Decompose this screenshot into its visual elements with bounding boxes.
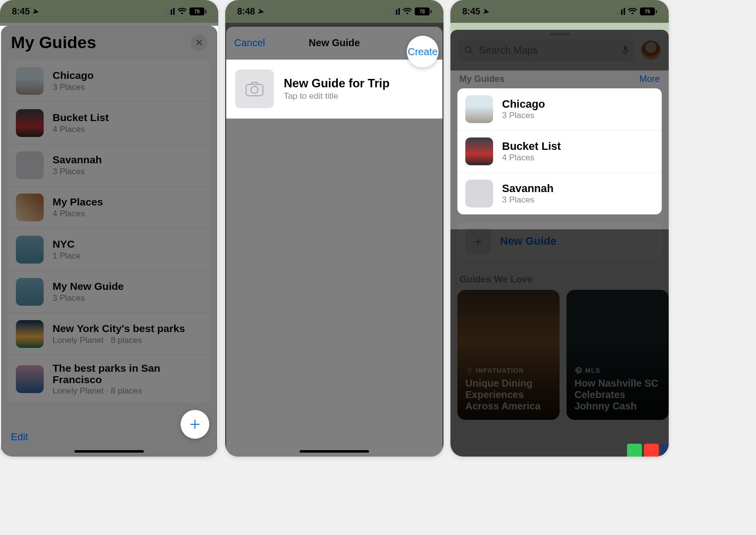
screen-my-guides: 8:45 ➤ 78 My Guides ✕ Chicago3 Places Bu… (0, 0, 218, 457)
guide-thumb-icon (465, 137, 493, 165)
my-guides-card: Chicago3 Places Bucket List4 Places Sava… (457, 88, 662, 214)
clock: 8:45 (12, 6, 30, 17)
guide-thumb-icon (465, 95, 493, 123)
guide-row-my-places[interactable]: My Places4 Places (8, 187, 210, 229)
guide-name: The best parks in San Francisco (53, 362, 202, 385)
cellular-icon (391, 8, 400, 15)
more-button[interactable]: More (639, 74, 660, 84)
my-guides-sheet: My Guides ✕ Chicago3 Places Bucket List4… (1, 26, 217, 457)
close-button[interactable]: ✕ (190, 34, 207, 51)
home-indicator (74, 450, 144, 453)
guide-thumb-icon (16, 278, 44, 306)
guide-thumb-icon (16, 194, 44, 221)
guide-row-bucket-list[interactable]: Bucket List4 Places (457, 131, 662, 173)
guide-thumb-icon (16, 151, 44, 179)
guide-thumb-icon (16, 109, 44, 137)
guide-row-my-new-guide[interactable]: My New Guide3 Places (8, 271, 210, 313)
location-icon: ➤ (257, 6, 265, 16)
status-bar: 8:45 ➤ 79 (450, 0, 669, 23)
create-button[interactable]: Create (407, 36, 439, 67)
new-guide-sheet: Cancel New Guide New Guide for Trip Tap … (226, 27, 442, 457)
guide-thumb-icon (465, 180, 493, 207)
guide-row-nyc[interactable]: NYC1 Place (8, 229, 210, 271)
guide-row-nyc-parks[interactable]: New York City's best parksLonely Planet … (8, 313, 210, 355)
add-guide-button[interactable] (181, 410, 209, 439)
wifi-icon (628, 8, 637, 15)
guide-title-input[interactable]: New Guide for Trip (284, 76, 389, 90)
guide-row-chicago[interactable]: Chicago3 Places (8, 60, 210, 102)
clock: 8:48 (237, 6, 255, 17)
guide-row-savannah[interactable]: Savannah3 Places (8, 144, 210, 187)
guide-row-sf-parks[interactable]: The best parks in San FranciscoLonely Pl… (8, 355, 210, 403)
cellular-icon (616, 8, 625, 15)
guide-row-savannah[interactable]: Savannah3 Places (457, 173, 662, 214)
battery-icon: 78 (415, 7, 432, 15)
guide-name: My New Guide (53, 280, 124, 292)
guide-detail: Lonely Planet · 8 places (53, 335, 185, 345)
guide-thumb-icon (16, 236, 44, 264)
guide-thumb-icon (16, 320, 44, 348)
battery-icon: 78 (189, 7, 206, 15)
guide-list: Chicago3 Places Bucket List4 Places Sava… (8, 60, 210, 403)
guide-thumb-icon (16, 67, 44, 95)
home-indicator (300, 450, 369, 453)
guide-name: Savannah (53, 154, 102, 165)
guide-detail: 1 Place (53, 251, 81, 261)
photo-placeholder[interactable] (235, 69, 274, 108)
guide-name: Chicago (502, 98, 545, 111)
guide-name: NYC (53, 238, 81, 250)
new-guide-title-row[interactable]: New Guide for Trip Tap to edit title (226, 60, 442, 119)
guide-detail: 3 Places (502, 195, 554, 205)
guide-detail: 4 Places (53, 209, 103, 219)
svg-point-1 (251, 86, 258, 93)
guide-title-hint: Tap to edit title (284, 91, 389, 101)
screen-maps-home: 8:45 ➤ 79 My Guides More Chicago (450, 0, 669, 457)
guide-name: New York City's best parks (53, 323, 185, 334)
guide-name: Chicago (53, 69, 94, 81)
dock-peek (627, 444, 669, 457)
guide-name: Bucket List (502, 140, 561, 153)
section-title: My Guides (459, 74, 504, 84)
plus-icon (189, 418, 201, 430)
battery-icon: 79 (640, 7, 657, 15)
guide-detail: 3 Places (53, 82, 94, 92)
wifi-icon (403, 8, 412, 15)
clock: 8:45 (462, 6, 480, 17)
guide-name: My Places (53, 196, 103, 207)
location-icon: ➤ (483, 6, 491, 16)
guide-detail: 3 Places (53, 167, 102, 177)
cellular-icon (166, 8, 175, 15)
guide-thumb-icon (16, 365, 44, 393)
screen-new-guide: 8:48 ➤ 78 Cancel New Guide New Guide for… (225, 0, 443, 457)
cancel-button[interactable]: Cancel (234, 37, 265, 49)
sheet-title: New Guide (309, 37, 360, 49)
wifi-icon (178, 8, 187, 15)
guide-name: Savannah (502, 182, 554, 195)
location-icon: ➤ (32, 6, 40, 16)
edit-button[interactable]: Edit (11, 431, 28, 443)
camera-icon (246, 81, 263, 96)
dim-bottom (450, 229, 669, 457)
guide-row-bucket-list[interactable]: Bucket List4 Places (8, 102, 210, 144)
status-bar: 8:48 ➤ 78 (225, 0, 443, 23)
guide-detail: 4 Places (53, 125, 109, 134)
status-bar: 8:45 ➤ 78 (0, 0, 218, 23)
guide-row-chicago[interactable]: Chicago3 Places (457, 88, 662, 131)
guide-detail: Lonely Planet · 8 places (53, 386, 202, 396)
guide-detail: 4 Places (502, 153, 561, 163)
dim-top (450, 30, 669, 70)
guide-detail: 3 Places (502, 111, 545, 121)
guide-name: Bucket List (53, 112, 109, 123)
guide-detail: 3 Places (53, 293, 124, 303)
page-title: My Guides (11, 33, 96, 52)
